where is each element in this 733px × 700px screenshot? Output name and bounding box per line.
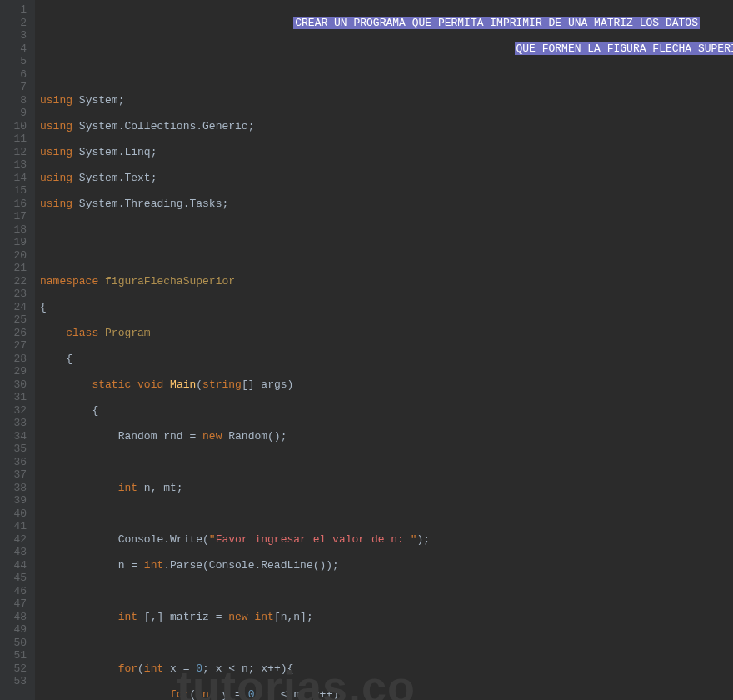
line-number: 43 [13, 546, 27, 559]
line-number: 31 [13, 391, 27, 404]
code-line: Random rnd = new Random(); [40, 430, 733, 443]
line-number: 6 [13, 68, 27, 82]
code-editor[interactable]: 1234567891011121314151617181920212223242… [0, 0, 733, 700]
code-line: QUE FORMEN LA FIGURA FLECHA SUPERIOR [40, 42, 733, 56]
line-number: 50 [13, 637, 27, 650]
code-line: using System.Linq; [40, 146, 733, 159]
line-number: 28 [13, 352, 27, 366]
line-number: 37 [13, 468, 27, 482]
code-line [40, 508, 733, 521]
line-number: 25 [13, 313, 27, 327]
code-line: { [40, 404, 733, 418]
line-number: 19 [13, 236, 27, 249]
code-line: using System.Collections.Generic; [40, 120, 733, 133]
line-number: 8 [13, 94, 27, 108]
line-number: 18 [13, 223, 27, 237]
line-number: 45 [13, 572, 27, 585]
line-number: 35 [13, 442, 27, 456]
code-line: using System.Text; [40, 172, 733, 185]
selected-text: CREAR UN PROGRAMA QUE PERMITA IMPRIMIR D… [293, 17, 700, 29]
line-number: 2 [13, 17, 27, 30]
line-number: 47 [13, 598, 27, 611]
code-line: using System.Threading.Tasks; [40, 198, 733, 211]
line-number: 20 [13, 249, 27, 262]
line-number: 24 [13, 301, 27, 314]
line-number: 30 [13, 378, 27, 392]
line-number: 11 [13, 132, 27, 146]
line-number: 1 [13, 3, 27, 17]
code-line: class Program [40, 327, 733, 340]
line-number: 12 [13, 146, 27, 159]
line-number: 26 [13, 327, 27, 340]
code-area[interactable]: CREAR UN PROGRAMA QUE PERMITA IMPRIMIR D… [35, 0, 733, 700]
code-line: int [,] matriz = new int[n,n]; [40, 611, 733, 624]
line-number: 15 [13, 184, 27, 198]
selected-text: QUE FORMEN LA FIGURA FLECHA SUPERIOR [515, 42, 734, 55]
line-number: 7 [13, 81, 27, 94]
line-number: 53 [13, 675, 27, 688]
line-number: 16 [13, 198, 27, 211]
line-number: 10 [13, 120, 27, 133]
line-number: 22 [13, 275, 27, 288]
line-number: 46 [13, 585, 27, 598]
code-line [40, 585, 733, 598]
code-line: CREAR UN PROGRAMA QUE PERMITA IMPRIMIR D… [40, 17, 733, 30]
code-line [40, 223, 733, 237]
code-line: Console.Write("Favor ingresar el valor d… [40, 533, 733, 547]
code-line: using System; [40, 94, 733, 108]
line-number: 52 [13, 662, 27, 676]
line-number: 41 [13, 520, 27, 533]
line-number: 40 [13, 508, 27, 521]
line-number: 13 [13, 158, 27, 172]
code-line: static void Main(string[] args) [40, 378, 733, 392]
code-line: { [40, 352, 733, 366]
line-number: 36 [13, 456, 27, 469]
line-number: 17 [13, 210, 27, 223]
code-line [40, 637, 733, 650]
code-line: int n, mt; [40, 482, 733, 495]
line-number: 42 [13, 533, 27, 547]
line-number: 44 [13, 559, 27, 572]
line-number: 5 [13, 55, 27, 68]
line-number: 48 [13, 611, 27, 624]
line-number: 34 [13, 430, 27, 443]
line-number: 27 [13, 339, 27, 352]
line-number: 51 [13, 649, 27, 662]
line-number: 21 [13, 262, 27, 275]
line-number: 39 [13, 494, 27, 508]
code-line [40, 68, 733, 82]
line-number: 49 [13, 623, 27, 637]
watermark-text: tutorias.co [177, 681, 416, 694]
line-number: 33 [13, 417, 27, 430]
code-line: n = int.Parse(Console.ReadLine()); [40, 559, 733, 572]
line-number: 38 [13, 482, 27, 495]
code-line: { [40, 301, 733, 314]
line-number: 32 [13, 404, 27, 418]
code-line [40, 456, 733, 469]
line-number: 29 [13, 365, 27, 378]
line-number: 9 [13, 107, 27, 120]
line-number: 23 [13, 288, 27, 301]
line-number: 3 [13, 29, 27, 42]
line-number: 14 [13, 172, 27, 185]
code-line: namespace figuraFlechaSuperior [40, 275, 733, 288]
code-line [40, 249, 733, 262]
line-number-gutter: 1234567891011121314151617181920212223242… [0, 0, 35, 700]
line-number: 4 [13, 42, 27, 56]
